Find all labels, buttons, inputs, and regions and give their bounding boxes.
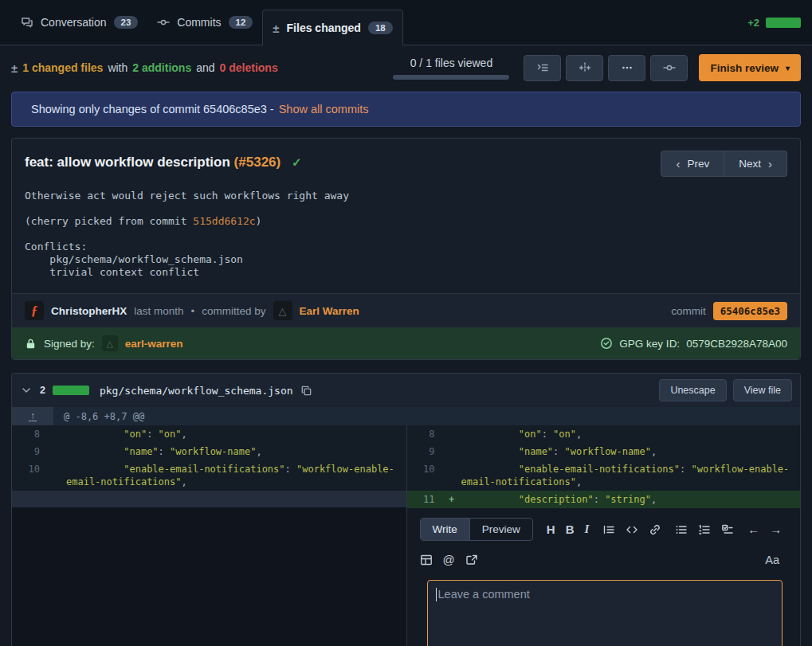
tab-commits[interactable]: Commits 12	[147, 0, 262, 45]
author-name[interactable]: ChristopherHX	[51, 305, 127, 317]
diff-icon: ±	[11, 61, 18, 75]
diff-sign	[47, 491, 66, 495]
table-icon[interactable]	[420, 554, 433, 566]
reference-icon[interactable]	[465, 554, 478, 566]
arrow-left-icon[interactable]: ←	[747, 523, 759, 536]
code-text: "on": "on",	[66, 425, 406, 443]
issue-link[interactable]: (#5326)	[234, 155, 281, 170]
tab-conversation[interactable]: Conversation 23	[11, 0, 147, 45]
text-caret	[436, 588, 437, 601]
line-number[interactable]: 10	[12, 460, 47, 478]
signer-avatar[interactable]: △	[102, 335, 118, 351]
line-number[interactable]: 9	[407, 443, 442, 460]
committer-avatar[interactable]: △	[273, 301, 292, 320]
gpg-key-group: GPG key ID: 0579CB2928A78A00	[600, 337, 787, 350]
diff-pane-new: 8 "on": "on",9 "name": "workflow-name",1…	[406, 425, 801, 646]
split-diff-toggle-button[interactable]	[566, 55, 603, 81]
diff-sign	[47, 443, 66, 448]
expand-up-icon: ↑	[29, 412, 37, 421]
line-number[interactable]: 10	[407, 460, 442, 478]
line-number[interactable]: 8	[12, 425, 47, 443]
show-all-commits-link[interactable]: Show all commits	[279, 103, 369, 115]
tab-label: Files changed	[287, 22, 361, 34]
diff-row: 8 "on": "on",	[12, 425, 406, 443]
commit-box: feat: allow workflow description (#5326)…	[11, 138, 801, 360]
link-icon[interactable]	[649, 523, 661, 536]
dot-separator: •	[191, 305, 195, 317]
diff-controls: 0 / 1 files viewed Finish review ▾	[393, 54, 801, 81]
bold-icon[interactable]: B	[566, 523, 575, 536]
diff-options-button[interactable]	[608, 55, 645, 81]
file-name[interactable]: pkg/schema/workflow_schema.json	[100, 385, 293, 397]
code-text: "description": "string",	[461, 491, 801, 508]
italic-icon[interactable]: I	[584, 523, 589, 536]
format-group-blocks	[602, 523, 661, 536]
file-addition-count: 2	[40, 385, 45, 396]
select-commit-button[interactable]	[650, 55, 688, 81]
diff-filler-row	[12, 491, 406, 507]
next-commit-button[interactable]: Next ›	[724, 151, 787, 177]
pr-tabbar: Conversation 23 Commits 12 ± Files chang…	[0, 0, 812, 45]
tab-files-changed[interactable]: ± Files changed 18	[262, 10, 402, 45]
heading-icon[interactable]: H	[547, 523, 555, 536]
font-toggle-button[interactable]: Aa	[765, 554, 779, 566]
diffstat-bar	[766, 18, 801, 28]
expand-hunk-button[interactable]: ↑	[12, 407, 53, 425]
mention-icon[interactable]: @	[443, 553, 455, 566]
line-number[interactable]: 9	[12, 443, 47, 460]
editor-toolbar-row2: @ Aa	[420, 553, 785, 566]
editor-toolbar: Write Preview H B I ← →	[420, 518, 785, 541]
hunk-header-text: @ -8,6 +8,7 @@	[53, 407, 144, 425]
finish-review-button[interactable]: Finish review ▾	[699, 54, 801, 81]
author-avatar[interactable]: ƒ	[25, 301, 44, 320]
commit-hash-badge[interactable]: 65406c85e3	[713, 302, 787, 320]
signer-name[interactable]: earl-warren	[125, 338, 183, 350]
arrow-right-icon[interactable]: →	[770, 523, 782, 536]
commit-time: last month	[134, 305, 183, 317]
copy-icon[interactable]	[300, 385, 312, 397]
ordered-list-icon[interactable]	[698, 523, 711, 536]
stat-changed-files: 1 changed files	[22, 61, 103, 74]
check-icon: ✓	[292, 155, 302, 169]
prev-commit-button[interactable]: ‹ Prev	[661, 151, 724, 177]
write-tab[interactable]: Write	[421, 519, 470, 540]
unordered-list-icon[interactable]	[675, 523, 688, 536]
format-group-text: H B I	[547, 523, 590, 536]
commit-icon	[157, 16, 170, 29]
unescape-button[interactable]: Unescape	[659, 379, 726, 401]
diff-row: 9 "name": "workflow-name",	[12, 443, 406, 460]
gpg-key-label: GPG key ID:	[619, 338, 680, 350]
cherry-pick-hash-link[interactable]: 515dd6612c	[193, 215, 255, 227]
chevron-down-icon[interactable]	[20, 384, 33, 397]
files-viewed-label: 0 / 1 files viewed	[410, 57, 493, 69]
committer-name[interactable]: Earl Warren	[300, 305, 359, 317]
preview-tab[interactable]: Preview	[470, 519, 532, 540]
code-icon[interactable]	[626, 523, 638, 536]
diff-row: 8 "on": "on",	[407, 425, 801, 443]
diff-sign	[442, 460, 461, 465]
commit-title-text: feat: allow workflow description	[25, 155, 230, 170]
commit-filter-banner: Showing only changes of commit 65406c85e…	[11, 92, 801, 127]
comment-textarea-wrap	[427, 580, 783, 646]
next-label: Next	[739, 158, 761, 170]
code-text: "on": "on",	[461, 425, 801, 443]
code-text: "name": "workflow-name",	[461, 443, 801, 460]
editor-tab-group: Write Preview	[420, 518, 533, 541]
view-file-button[interactable]: View file	[733, 379, 792, 401]
line-number[interactable]: 8	[407, 425, 442, 443]
files-viewed: 0 / 1 files viewed	[393, 57, 509, 80]
split-diff: 8 "on": "on",9 "name": "workflow-name",1…	[12, 425, 800, 646]
chevron-left-icon: ‹	[676, 157, 680, 170]
comment-textarea[interactable]	[427, 580, 783, 646]
inline-comment-editor: Write Preview H B I ← →	[407, 508, 801, 646]
diff-row: 9 "name": "workflow-name",	[407, 443, 801, 460]
task-list-icon[interactable]	[721, 523, 734, 536]
commit-message-line: trivial context conflict	[25, 266, 787, 279]
diff-sign	[47, 460, 66, 465]
file-tree-toggle-button[interactable]	[524, 55, 561, 81]
quote-icon[interactable]	[602, 523, 615, 536]
line-number[interactable]: 11	[407, 491, 442, 508]
diff-sign	[442, 425, 461, 430]
commit-hash-group: commit 65406c85e3	[671, 302, 787, 320]
commit-pager: ‹ Prev Next ›	[661, 151, 787, 177]
